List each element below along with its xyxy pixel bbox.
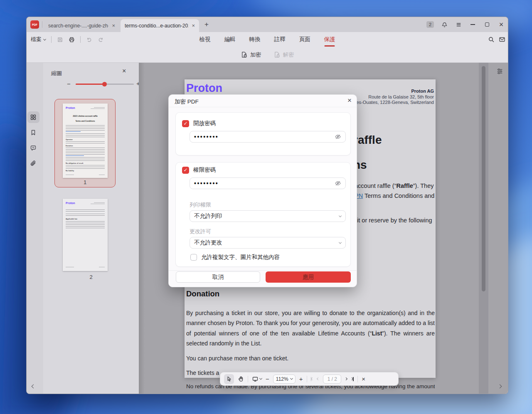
new-tab-button[interactable]: + [204, 21, 209, 28]
thumb-doc-title: 2022 Lifetime account raffle [63, 115, 108, 117]
hand-icon [238, 376, 244, 382]
first-page-button[interactable] [311, 377, 314, 381]
next-page-button[interactable] [345, 377, 347, 380]
view-settings-sliders-icon[interactable] [496, 68, 503, 75]
print-icon[interactable] [69, 37, 75, 43]
hamburger-menu-icon[interactable] [454, 20, 463, 29]
expand-panel-chevron[interactable] [498, 384, 502, 389]
proton-logo: Proton [186, 82, 222, 95]
apply-button[interactable]: 應用 [266, 271, 351, 283]
tab-pages[interactable]: 頁面 [299, 36, 310, 43]
mode-menu: 檢視 編輯 轉換 註釋 頁面 保護 [200, 32, 335, 47]
collapse-sidebar-chevron[interactable] [32, 384, 36, 389]
divider [357, 376, 358, 382]
allow-copy-label: 允許複製文字、圖片和其他內容 [201, 254, 280, 261]
search-icon[interactable] [488, 36, 495, 43]
chevron-down-icon [43, 37, 46, 40]
body-fragment: PN Terms and Conditions and [355, 192, 434, 199]
proton-logo-mini: Proton [66, 202, 75, 205]
panel-title: 縮圖 [51, 70, 62, 77]
cancel-button[interactable]: 取消 [176, 271, 260, 283]
permission-password-checkbox-row[interactable]: ✓ 權限密碼 [182, 166, 216, 174]
select-tool-active[interactable] [224, 374, 234, 384]
maximize-button[interactable] [483, 20, 492, 29]
viewer-toolbar: − 112% + 1 / 2 × [220, 372, 399, 386]
thumbnail-page-1-selected[interactable]: Proton 2022 Lifetime account raffle Term… [54, 99, 116, 187]
tab-annotate[interactable]: 註釋 [274, 36, 286, 43]
hand-tool[interactable] [238, 376, 244, 382]
slider-handle[interactable] [102, 82, 107, 86]
zoom-out-thumbnails[interactable]: − [67, 81, 71, 87]
previous-page-button[interactable] [317, 377, 320, 380]
chevron-down-icon [339, 214, 342, 217]
permission-password-input[interactable]: •••••••• [190, 177, 346, 189]
protect-ribbon: 加密 解密 [27, 47, 508, 63]
tab-label: search-engine-....-guide-zh-tw * [48, 23, 108, 29]
file-menu-button[interactable]: 檔案 [31, 36, 46, 43]
divider [51, 36, 52, 43]
divider [248, 376, 248, 382]
checkbox-checked-icon[interactable]: ✓ [182, 120, 189, 127]
zoom-in-button[interactable]: + [299, 376, 303, 382]
checkbox-unchecked-icon[interactable] [190, 254, 197, 261]
chevron-down-icon [259, 377, 262, 380]
allow-copy-checkbox-row[interactable]: 允許複製文字、圖片和其他內容 [190, 254, 280, 261]
divider [307, 376, 307, 382]
thumb-doc-subtitle: Terms and Conditions [63, 120, 108, 122]
tab-protect-active[interactable]: 保護 [324, 36, 335, 43]
window-tab-bar: PDF search-engine-....-guide-zh-tw * × t… [27, 17, 508, 32]
notification-count-badge[interactable]: 2 [426, 21, 434, 28]
panel-close-icon[interactable]: × [122, 67, 126, 75]
scrollbar-thumb[interactable] [482, 66, 485, 291]
app-window: PDF search-engine-....-guide-zh-tw * × t… [26, 17, 508, 394]
open-password-label: 開放密碼 [193, 120, 216, 127]
vertical-scrollbar[interactable] [479, 63, 488, 394]
decrypt-button[interactable]: 解密 [273, 51, 294, 59]
page-display-mode-button[interactable] [252, 376, 262, 382]
body-fragment: account raffle (“Raffle”). They [355, 182, 433, 189]
undo-icon[interactable] [86, 37, 92, 43]
bookmarks-panel-icon[interactable] [30, 129, 37, 136]
tab-view[interactable]: 檢視 [200, 36, 211, 43]
zoom-level-select[interactable]: 112% [273, 375, 296, 384]
bell-icon[interactable] [440, 20, 449, 29]
last-page-button[interactable] [351, 377, 354, 381]
save-icon[interactable] [57, 37, 63, 43]
paragraph: By purchasing a ticket in our store, you… [186, 308, 435, 349]
minimize-button[interactable] [468, 20, 477, 29]
page-number-box[interactable]: 1 / 2 [323, 375, 341, 384]
dialog-close-icon[interactable]: × [347, 96, 352, 105]
checkbox-checked-icon[interactable]: ✓ [182, 167, 189, 174]
change-permission-select[interactable]: 不允許更改 [190, 237, 346, 249]
tab-convert[interactable]: 轉換 [249, 36, 261, 43]
body-fragment: mit or reserve by the following [352, 217, 432, 224]
main-toolbar: 檔案 [27, 32, 508, 47]
print-permission-select[interactable]: 不允許列印 [190, 210, 346, 222]
print-permission-label: 列印權限 [190, 201, 211, 209]
eye-off-icon[interactable] [335, 133, 341, 140]
tab-close-icon[interactable]: × [192, 23, 195, 28]
encrypt-button[interactable]: 加密 [241, 51, 261, 59]
app-logo-pdf-icon: PDF [30, 20, 39, 29]
open-password-input[interactable]: •••••••• [190, 131, 346, 143]
open-password-section: ✓ 開放密碼 •••••••• [175, 112, 351, 155]
document-tab-2-active[interactable]: terms-conditio...e-auction-2022 × [121, 19, 199, 32]
dialog-header: 加密 PDF × [169, 95, 357, 107]
tab-close-icon[interactable]: × [112, 23, 115, 28]
divider [80, 36, 81, 43]
thumbnails-panel-icon[interactable] [30, 114, 37, 121]
zoom-out-button[interactable]: − [266, 376, 269, 382]
close-toolbar-button[interactable]: × [362, 375, 365, 382]
attachments-panel-icon[interactable] [30, 160, 37, 167]
mail-icon[interactable] [499, 36, 505, 43]
tab-edit[interactable]: 編輯 [224, 36, 236, 43]
document-tab-1[interactable]: search-engine-....-guide-zh-tw * × [44, 19, 119, 32]
eye-off-icon[interactable] [335, 180, 341, 187]
permission-password-section: ✓ 權限密碼 •••••••• 列印權限 不允許列印 更改許可 [175, 162, 351, 267]
comments-panel-icon[interactable] [30, 145, 37, 151]
redo-icon[interactable] [98, 37, 104, 43]
open-password-checkbox-row[interactable]: ✓ 開放密碼 [182, 120, 216, 127]
tab-label: terms-conditio...e-auction-2022 [125, 23, 188, 29]
company-name: Proton AG [345, 89, 434, 94]
close-window-button[interactable]: × [497, 20, 506, 29]
